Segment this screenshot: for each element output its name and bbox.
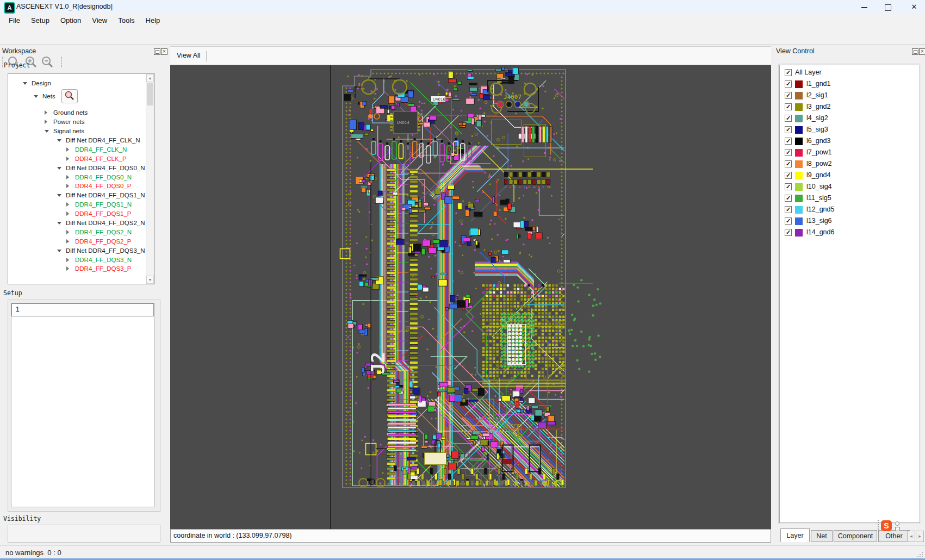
snip-tool-icon[interactable]: S <box>881 520 892 531</box>
layer-checkbox[interactable]: ✓ <box>785 149 792 156</box>
layer-checkbox[interactable]: ✓ <box>785 160 792 167</box>
collapse-arrow-icon[interactable] <box>57 250 61 252</box>
tree-node-nets[interactable]: Nets <box>8 88 146 104</box>
scroll-down-icon[interactable]: ▼ <box>146 276 154 284</box>
layer-checkbox[interactable]: ✓ <box>785 126 792 133</box>
expand-arrow-icon[interactable] <box>66 230 69 234</box>
layer-color-swatch[interactable] <box>795 126 803 134</box>
tree-node-diff-net-ddr4-ff-dqs1-n[interactable]: Diff Net DDR4_FF_DQS1_N <box>8 191 146 200</box>
layer-color-swatch[interactable] <box>795 172 803 179</box>
collapse-arrow-icon[interactable] <box>23 82 27 85</box>
expand-arrow-icon[interactable] <box>66 184 69 188</box>
layer-row-l7_pow1[interactable]: ✓l7_pow1 <box>780 148 919 159</box>
expand-arrow-icon[interactable] <box>66 266 69 271</box>
layer-row-l14_gnd6[interactable]: ✓l14_gnd6 <box>780 228 919 239</box>
layer-row-l1_gnd1[interactable]: ✓l1_gnd1 <box>780 79 919 91</box>
layer-color-swatch[interactable] <box>795 195 803 202</box>
layer-color-swatch[interactable] <box>795 160 803 168</box>
expand-arrow-icon[interactable] <box>45 120 47 124</box>
layer-color-swatch[interactable] <box>795 217 803 225</box>
layer-checkbox[interactable]: ✓ <box>785 80 792 88</box>
tree-node-ddr4-ff-dqs2-n[interactable]: DDR4_FF_DQS2_N <box>8 227 146 237</box>
layer-row-l12_gnd5[interactable]: ✓l12_gnd5 <box>780 205 919 216</box>
tree-node-diff-net-ddr4-ff-dqs2-n[interactable]: Diff Net DDR4_FF_DQS2_N <box>8 219 146 228</box>
menu-setup[interactable]: Setup <box>26 15 55 26</box>
layer-color-swatch[interactable] <box>795 92 803 99</box>
layer-row-l11_sig5[interactable]: ✓l11_sig5 <box>780 194 919 205</box>
net-search-button[interactable] <box>61 89 78 103</box>
layer-row-l2_sig1[interactable]: ✓l2_sig1 <box>780 91 919 102</box>
layer-color-swatch[interactable] <box>795 149 803 157</box>
layer-row-l8_pow2[interactable]: ✓l8_pow2 <box>780 159 919 171</box>
layer-row-l3_gnd2[interactable]: ✓l3_gnd2 <box>780 102 919 114</box>
layer-color-swatch[interactable] <box>795 138 803 145</box>
collapse-arrow-icon[interactable] <box>34 95 38 98</box>
layer-color-swatch[interactable] <box>795 183 803 191</box>
collapse-arrow-icon[interactable] <box>57 167 61 170</box>
tree-node-diff-net-ddr4-ff-dqs3-n[interactable]: Diff Net DDR4_FF_DQS3_N <box>8 246 146 255</box>
layer-row-l13_sig6[interactable]: ✓l13_sig6 <box>780 216 919 228</box>
tree-scrollbar[interactable]: ▲ ▼ <box>146 74 154 284</box>
tree-node-ddr4-ff-dqs3-n[interactable]: DDR4_FF_DQS3_N <box>8 255 146 264</box>
collapse-arrow-icon[interactable] <box>57 139 61 142</box>
layer-checkbox[interactable]: ✓ <box>785 229 792 236</box>
layer-checkbox[interactable]: ✓ <box>785 183 792 190</box>
tab-component[interactable]: Component <box>834 530 877 542</box>
tree-node-ddr4-ff-dqs3-p[interactable]: DDR4_FF_DQS3_P <box>8 264 146 273</box>
tree-node-ddr4-ff-dqs0-p[interactable]: DDR4_FF_DQS0_P <box>8 182 146 191</box>
menu-tools[interactable]: Tools <box>113 15 140 26</box>
collapse-arrow-icon[interactable] <box>57 194 61 197</box>
menu-help[interactable]: Help <box>140 15 166 26</box>
tree-node-diff-net-ddr4-ff-dqs0-n[interactable]: Diff Net DDR4_FF_DQS0_N <box>8 163 146 172</box>
pcb-canvas[interactable] <box>170 65 771 529</box>
tree-node-ddr4-ff-dqs0-n[interactable]: DDR4_FF_DQS0_N <box>8 172 146 182</box>
scroll-up-icon[interactable]: ▲ <box>146 74 154 82</box>
expand-arrow-icon[interactable] <box>66 258 69 262</box>
layer-checkbox[interactable]: ✓ <box>785 172 792 179</box>
float-panel-icon[interactable] <box>912 48 918 55</box>
expand-arrow-icon[interactable] <box>66 211 69 216</box>
tree-scrollbar-thumb[interactable] <box>147 83 153 105</box>
tab-other[interactable]: Other <box>878 530 910 542</box>
tree-node-diff-net-ddr4-ff-clk-n[interactable]: Diff Net DDR4_FF_CLK_N <box>8 136 146 145</box>
maximize-button[interactable] <box>880 0 896 14</box>
expand-arrow-icon[interactable] <box>66 175 69 179</box>
close-button[interactable]: ✕ <box>906 0 922 14</box>
collapse-arrow-icon[interactable] <box>57 222 61 225</box>
snip-option-icon[interactable] <box>895 527 900 531</box>
tree-node-design[interactable]: Design <box>8 79 146 88</box>
layer-row-l9_gnd4[interactable]: ✓l9_gnd4 <box>780 171 919 182</box>
expand-arrow-icon[interactable] <box>66 202 69 207</box>
setup-list[interactable]: 1 <box>11 303 154 507</box>
menu-option[interactable]: Option <box>55 15 86 26</box>
snip-option-icon[interactable] <box>895 521 899 526</box>
tree-node-ddr4-ff-dqs2-p[interactable]: DDR4_FF_DQS2_P <box>8 237 146 246</box>
tab-scroll-right-icon[interactable]: ▸ <box>916 531 924 542</box>
tree-node-ground-nets[interactable]: Ground nets <box>8 108 146 117</box>
resize-grip[interactable] <box>917 551 923 558</box>
tree-node-ddr4-ff-dqs1-n[interactable]: DDR4_FF_DQS1_N <box>8 200 146 209</box>
expand-arrow-icon[interactable] <box>45 110 47 115</box>
minimize-button[interactable] <box>856 0 872 14</box>
tree-node-power-nets[interactable]: Power nets <box>8 117 146 127</box>
layer-color-swatch[interactable] <box>795 80 803 88</box>
layer-row-l5_sig3[interactable]: ✓l5_sig3 <box>780 125 919 136</box>
expand-arrow-icon[interactable] <box>66 239 69 244</box>
tab-scroll-left-icon[interactable]: ◂ <box>907 531 915 542</box>
layer-checkbox[interactable]: ✓ <box>785 115 792 122</box>
expand-arrow-icon[interactable] <box>66 147 69 152</box>
collapse-arrow-icon[interactable] <box>45 130 49 133</box>
layer-checkbox[interactable]: ✓ <box>785 195 792 202</box>
tab-net[interactable]: Net <box>811 530 833 542</box>
layer-checkbox[interactable]: ✓ <box>785 69 792 76</box>
tree-node-signal-nets[interactable]: Signal nets <box>8 127 146 136</box>
setup-list-item[interactable]: 1 <box>11 303 154 316</box>
layer-checkbox[interactable]: ✓ <box>785 103 792 110</box>
float-panel-icon[interactable] <box>154 48 160 55</box>
layer-row-all-layer[interactable]: ✓All Layer <box>780 68 919 79</box>
layer-color-swatch[interactable] <box>795 115 803 122</box>
menu-view[interactable]: View <box>86 15 113 26</box>
tree-node-ddr4-ff-clk-n[interactable]: DDR4_FF_CLK_N <box>8 145 146 154</box>
layer-color-swatch[interactable] <box>795 206 803 214</box>
tree-node-ddr4-ff-clk-p[interactable]: DDR4_FF_CLK_P <box>8 154 146 163</box>
